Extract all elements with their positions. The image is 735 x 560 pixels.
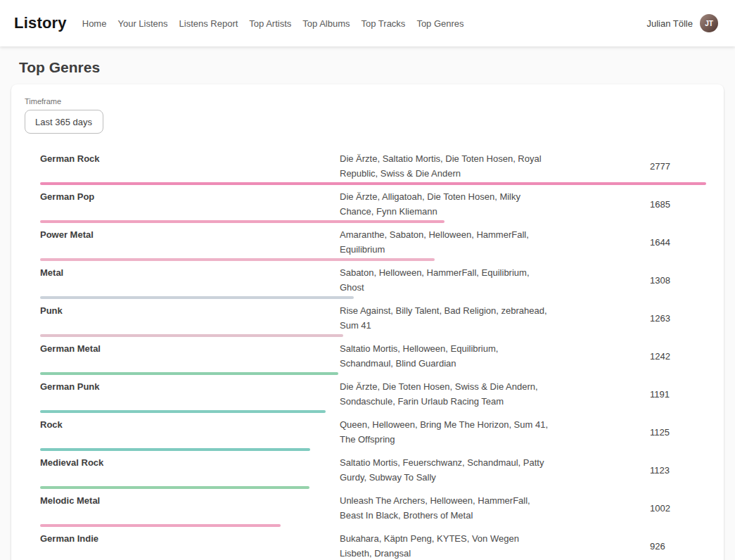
nav-item-your-listens[interactable]: Your Listens: [117, 18, 167, 29]
genre-count: 2777: [650, 161, 706, 172]
genre-name: German Pop: [40, 189, 340, 204]
genre-table: German Rock Die Ärzte, Saltatio Mortis, …: [40, 151, 706, 560]
genre-name: German Metal: [40, 341, 340, 356]
genre-name: German Punk: [40, 379, 340, 394]
genre-name: Melodic Metal: [40, 493, 340, 508]
genre-bar: [40, 410, 326, 413]
genre-bar: [40, 258, 435, 261]
genre-artists: Queen, Helloween, Bring Me The Horizon, …: [340, 417, 551, 447]
genre-count: 1308: [650, 275, 706, 286]
page-title: Top Genres: [19, 59, 724, 76]
genre-row: German Pop Die Ärzte, Alligatoah, Die To…: [40, 189, 706, 223]
genre-count: 1685: [650, 199, 706, 210]
genre-count: 1002: [650, 503, 706, 514]
genre-count: 1125: [650, 427, 706, 438]
genre-bar: [40, 182, 706, 185]
page-content: Top Genres Timeframe Last 365 days Germa…: [0, 59, 735, 560]
top-genres-card: Timeframe Last 365 days German Rock Die …: [11, 84, 724, 560]
genre-count: 1242: [650, 351, 706, 362]
genre-artists: Saltatio Mortis, Feuerschwanz, Schandmau…: [340, 455, 551, 485]
genre-artists: Die Ärzte, Alligatoah, Die Toten Hosen, …: [340, 189, 551, 219]
genre-name: Metal: [40, 265, 340, 280]
timeframe-filter: Timeframe Last 365 days: [25, 97, 706, 134]
genre-bar: [40, 220, 445, 223]
timeframe-value: Last 365 days: [35, 117, 92, 127]
nav-item-top-albums[interactable]: Top Albums: [302, 18, 350, 29]
nav-item-home[interactable]: Home: [82, 18, 107, 29]
user-menu[interactable]: Julian Tölle JT: [646, 14, 718, 32]
timeframe-select[interactable]: Last 365 days: [25, 110, 103, 134]
nav-item-listens-report[interactable]: Listens Report: [179, 18, 238, 29]
genre-row: Medieval Rock Saltatio Mortis, Feuerschw…: [40, 455, 706, 489]
genre-artists: Die Ärzte, Die Toten Hosen, Swiss & Die …: [340, 379, 551, 409]
top-navbar: Listory HomeYour ListensListens ReportTo…: [0, 0, 735, 46]
app-logo[interactable]: Listory: [14, 14, 67, 32]
main-nav: HomeYour ListensListens ReportTop Artist…: [82, 18, 647, 29]
genre-artists: Saltatio Mortis, Helloween, Equilibrium,…: [340, 341, 551, 371]
genre-artists: Die Ärzte, Saltatio Mortis, Die Toten Ho…: [340, 151, 551, 181]
genre-artists: Sabaton, Helloween, HammerFall, Equilibr…: [340, 265, 551, 295]
genre-name: Power Metal: [40, 227, 340, 242]
genre-artists: Amaranthe, Sabaton, Helloween, HammerFal…: [340, 227, 551, 257]
genre-artists: Unleash The Archers, Helloween, HammerFa…: [340, 493, 551, 523]
genre-row: Rock Queen, Helloween, Bring Me The Hori…: [40, 417, 706, 451]
genre-row: Power Metal Amaranthe, Sabaton, Hellowee…: [40, 227, 706, 261]
genre-bar: [40, 372, 338, 375]
genre-count: 1263: [650, 313, 706, 324]
genre-name: Rock: [40, 417, 340, 432]
genre-name: German Rock: [40, 151, 340, 166]
nav-item-top-artists[interactable]: Top Artists: [249, 18, 291, 29]
genre-artists: Rise Against, Billy Talent, Bad Religion…: [340, 303, 551, 333]
genre-artists: Bukahara, Käptn Peng, KYTES, Von Wegen L…: [340, 531, 551, 560]
genre-row: Metal Sabaton, Helloween, HammerFall, Eq…: [40, 265, 706, 299]
genre-name: German Indie: [40, 531, 340, 546]
genre-row: Punk Rise Against, Billy Talent, Bad Rel…: [40, 303, 706, 337]
genre-name: Medieval Rock: [40, 455, 340, 470]
nav-item-top-genres[interactable]: Top Genres: [416, 18, 464, 29]
genre-bar: [40, 296, 354, 299]
genre-row: German Metal Saltatio Mortis, Helloween,…: [40, 341, 706, 375]
user-name[interactable]: Julian Tölle: [646, 18, 693, 29]
genre-row: Melodic Metal Unleash The Archers, Hello…: [40, 493, 706, 527]
genre-count: 1644: [650, 237, 706, 248]
genre-row: German Punk Die Ärzte, Die Toten Hosen, …: [40, 379, 706, 413]
genre-bar: [40, 334, 343, 337]
genre-row: German Rock Die Ärzte, Saltatio Mortis, …: [40, 151, 706, 185]
genre-bar: [40, 486, 309, 489]
avatar[interactable]: JT: [700, 14, 718, 32]
nav-item-top-tracks[interactable]: Top Tracks: [362, 18, 406, 29]
genre-bar: [40, 448, 310, 451]
genre-row: German Indie Bukahara, Käptn Peng, KYTES…: [40, 531, 706, 560]
genre-count: 1123: [650, 465, 706, 476]
timeframe-label: Timeframe: [25, 97, 706, 106]
genre-count: 926: [650, 541, 706, 552]
genre-count: 1191: [650, 389, 706, 400]
genre-bar: [40, 524, 281, 527]
genre-name: Punk: [40, 303, 340, 318]
